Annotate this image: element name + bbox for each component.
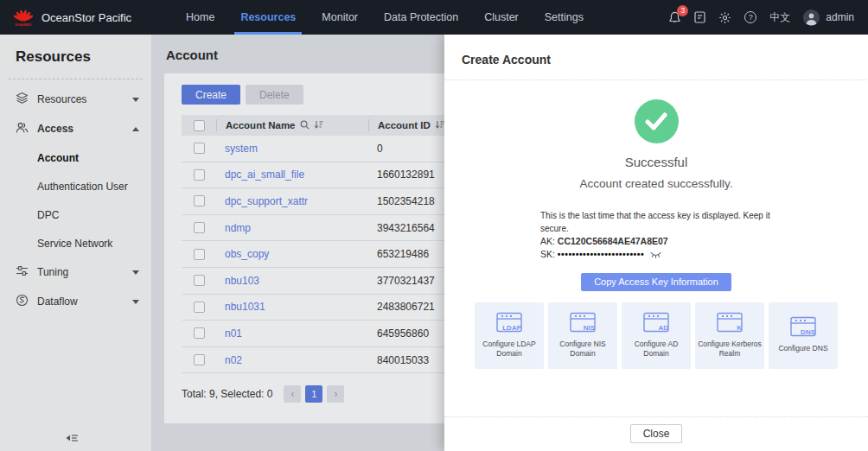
nav-settings[interactable]: Settings [532,0,597,35]
configure-cards: LDAP Configure LDAP Domain NIS Configure… [475,302,838,369]
success-check-icon [635,99,679,143]
access-key-block: This is the last time that the access ke… [540,209,772,262]
configure-card-label: Configure LDAP Domain [475,340,544,359]
card-icon-text: LDAP [502,324,521,332]
configure-card-label: Configure DNS [775,344,830,353]
close-button[interactable]: Close [630,424,683,443]
card-icon-text: DNS [801,328,816,336]
product-name: OceanStor Pacific [41,11,131,24]
avatar[interactable] [803,10,820,26]
brand-text: HUAWEI [16,22,32,27]
app-window: HUAWEI OceanStor Pacific Home Resources … [0,0,868,451]
bell-icon[interactable]: 3 [668,11,681,24]
security-notice: This is the last time that the access ke… [540,209,772,235]
configure-ldap-card[interactable]: LDAP Configure LDAP Domain [475,302,544,369]
configure-ad-card[interactable]: AD Configure AD Domain [622,302,691,369]
ak-value: CC120C56684AE47A8E07 [558,236,668,246]
username[interactable]: admin [826,11,854,23]
gear-icon[interactable] [718,11,731,24]
create-account-drawer: Create Account Successful Account create… [444,35,868,451]
report-icon[interactable] [694,11,705,23]
configure-dns-card[interactable]: DNS Configure DNS [769,302,838,369]
drawer-title: Create Account [444,35,868,79]
nav-monitor[interactable]: Monitor [309,0,371,35]
notification-badge: 3 [677,5,688,16]
nav-cluster[interactable]: Cluster [471,0,532,35]
card-icon-text: K [737,324,742,332]
configure-nis-card[interactable]: NIS Configure NIS Domain [548,302,617,369]
copy-access-key-button[interactable]: Copy Access Key Information [581,273,731,291]
sk-label: SK: [540,249,555,259]
topbar: HUAWEI OceanStor Pacific Home Resources … [0,0,868,35]
status-title: Successful [625,155,688,169]
huawei-logo-icon: HUAWEI [14,9,33,27]
drawer-footer: Close [444,416,868,451]
status-message: Account created successfully. [580,177,733,190]
nav-home[interactable]: Home [173,0,227,35]
configure-kerberos-card[interactable]: K Configure Kerberos Realm [695,302,764,369]
show-sk-eye-icon[interactable] [650,250,661,260]
topbar-actions: 3 ? 中文 [668,10,854,26]
configure-card-label: Configure AD Domain [622,340,691,359]
card-icon-text: AD [658,324,668,332]
nav-data-protection[interactable]: Data Protection [371,0,471,35]
language-switch[interactable]: 中文 [769,10,790,25]
nav-resources[interactable]: Resources [227,0,309,35]
help-icon[interactable]: ? [744,11,756,23]
configure-card-label: Configure NIS Domain [548,340,617,359]
modal-overlay [0,35,444,451]
ak-label: AK: [540,236,555,246]
configure-card-label: Configure Kerberos Realm [695,340,764,359]
top-nav: Home Resources Monitor Data Protection C… [173,0,597,35]
card-icon-text: NIS [584,324,596,332]
sk-masked-value: •••••••••••••••••••••••• [558,249,644,259]
